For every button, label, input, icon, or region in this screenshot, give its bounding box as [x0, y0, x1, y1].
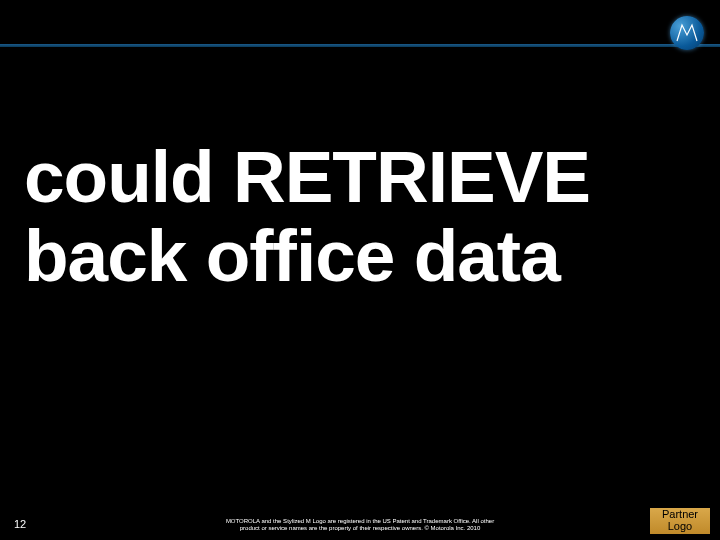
footer-line-1: MOTOROLA and the Stylized M Logo are reg… — [226, 518, 494, 524]
slide-title: could RETRIEVE back office data — [24, 138, 696, 296]
page-number: 12 — [14, 518, 26, 530]
logo-circle — [670, 16, 704, 50]
m-icon — [675, 21, 699, 45]
motorola-logo — [670, 16, 704, 50]
partner-logo-placeholder: Partner Logo — [650, 508, 710, 534]
slide-container: could RETRIEVE back office data 12 MOTOR… — [0, 0, 720, 540]
partner-logo-line-2: Logo — [668, 521, 692, 533]
footer-line-2: product or service names are the propert… — [240, 525, 481, 531]
top-divider — [0, 44, 720, 47]
footer-copyright: MOTOROLA and the Stylized M Logo are reg… — [170, 518, 550, 532]
